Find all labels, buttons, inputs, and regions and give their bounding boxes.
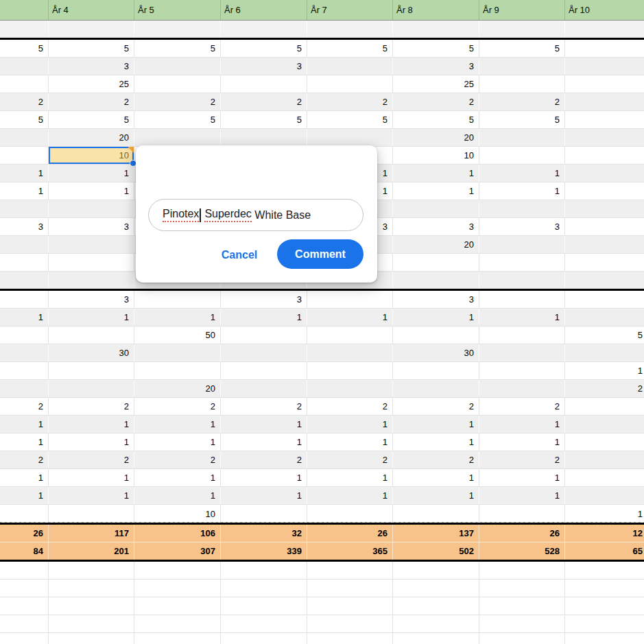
cell-col-a-r20[interactable] <box>0 362 49 379</box>
cell-ar-5-r7[interactable] <box>134 129 221 146</box>
cell-ar-6-r7[interactable] <box>221 129 307 146</box>
cell-ar-4-r20[interactable] <box>49 362 134 379</box>
cell-ar-8-r14[interactable] <box>393 254 479 271</box>
comment-input[interactable]: PinotexSuperdec White Base <box>148 199 363 231</box>
cell-ar-8-r34[interactable] <box>393 615 479 632</box>
cell-ar-7-r22[interactable]: 2 <box>307 398 393 415</box>
cell-ar-6-r3[interactable]: 3 <box>221 58 307 75</box>
cell-ar-8-r30[interactable]: 502 <box>393 542 479 560</box>
cell-ar-8-r2[interactable]: 5 <box>393 40 479 57</box>
cell-ar-6-r30[interactable]: 339 <box>221 542 307 560</box>
cell-col-a-r32[interactable] <box>0 580 49 597</box>
cell-ar-9-r30[interactable]: 528 <box>479 542 565 560</box>
cell-ar-8-r33[interactable] <box>393 597 479 615</box>
cell-ar-10-r24[interactable] <box>565 433 644 451</box>
cell-ar-8-r17[interactable]: 1 <box>393 309 479 326</box>
cell-ar-7-r29[interactable]: 26 <box>307 525 393 542</box>
cell-ar-8-r19[interactable]: 30 <box>393 344 479 361</box>
cell-ar-10-r8[interactable] <box>565 147 644 164</box>
cell-ar-4-r22[interactable]: 2 <box>49 398 134 415</box>
cell-ar-9-r3[interactable] <box>479 58 565 75</box>
cell-ar-4-r30[interactable]: 201 <box>49 542 134 560</box>
cell-ar-8-r10[interactable]: 1 <box>393 182 479 200</box>
column-header-ar-6[interactable]: År 6 <box>221 0 307 20</box>
cell-ar-6-r29[interactable]: 32 <box>221 525 307 542</box>
cell-col-a-r28[interactable] <box>0 505 49 523</box>
cell-ar-4-r17[interactable]: 1 <box>49 309 134 326</box>
cell-ar-8-r35[interactable] <box>393 633 479 644</box>
cell-ar-4-r24[interactable]: 1 <box>49 433 134 451</box>
cell-ar-10-r6[interactable] <box>565 111 644 128</box>
cell-ar-5-r23[interactable]: 1 <box>134 416 221 433</box>
cell-ar-7-r7[interactable] <box>307 129 393 146</box>
cell-ar-10-r25[interactable] <box>565 451 644 468</box>
cell-ar-10-r28[interactable]: 1 <box>565 505 644 523</box>
cell-ar-10-r20[interactable]: 1 <box>565 362 644 379</box>
cell-ar-4-r1[interactable] <box>49 21 134 38</box>
cell-ar-9-r10[interactable]: 1 <box>479 182 565 200</box>
cell-ar-4-r21[interactable] <box>49 380 134 397</box>
cell-ar-5-r18[interactable]: 50 <box>134 326 221 344</box>
cell-ar-5-r3[interactable] <box>134 58 221 75</box>
cell-ar-9-r32[interactable] <box>479 580 565 597</box>
cell-ar-8-r12[interactable]: 3 <box>393 218 479 235</box>
cell-ar-10-r34[interactable] <box>565 615 644 632</box>
cell-ar-6-r19[interactable] <box>221 344 307 361</box>
cell-ar-6-r25[interactable]: 2 <box>221 451 307 468</box>
cell-ar-5-r17[interactable]: 1 <box>134 309 221 326</box>
cell-col-a-r5[interactable]: 2 <box>0 93 49 110</box>
cell-col-a-r3[interactable] <box>0 58 49 75</box>
cell-ar-10-r35[interactable] <box>565 633 644 644</box>
cell-col-a-r15[interactable] <box>0 272 49 289</box>
cell-ar-8-r4[interactable]: 25 <box>393 75 479 93</box>
cell-ar-9-r19[interactable] <box>479 344 565 361</box>
cell-ar-5-r24[interactable]: 1 <box>134 433 221 451</box>
cell-ar-5-r31[interactable] <box>134 562 221 579</box>
cell-ar-10-r14[interactable] <box>565 254 644 271</box>
cell-ar-7-r34[interactable] <box>307 615 393 632</box>
cell-col-a-r29[interactable]: 26 <box>0 525 49 542</box>
cell-ar-6-r4[interactable] <box>221 75 307 93</box>
cell-ar-9-r26[interactable]: 1 <box>479 469 565 486</box>
cell-ar-7-r5[interactable]: 2 <box>307 93 393 110</box>
cell-ar-6-r23[interactable]: 1 <box>221 416 307 433</box>
cell-col-a-r19[interactable] <box>0 344 49 361</box>
cell-ar-9-r23[interactable]: 1 <box>479 416 565 433</box>
cell-ar-8-r32[interactable] <box>393 580 479 597</box>
cell-ar-7-r17[interactable]: 1 <box>307 309 393 326</box>
cell-ar-8-r31[interactable] <box>393 562 479 579</box>
cell-ar-4-r18[interactable] <box>49 326 134 344</box>
cell-ar-6-r16[interactable]: 3 <box>221 291 307 308</box>
cell-ar-4-r35[interactable] <box>49 633 134 644</box>
cell-ar-6-r32[interactable] <box>221 580 307 597</box>
column-header-ar-5[interactable]: År 5 <box>134 0 221 20</box>
column-header-col-a[interactable] <box>0 0 49 20</box>
cell-ar-10-r16[interactable] <box>565 291 644 308</box>
cell-ar-7-r6[interactable]: 5 <box>307 111 393 128</box>
cell-ar-10-r4[interactable] <box>565 75 644 93</box>
cell-ar-8-r7[interactable]: 20 <box>393 129 479 146</box>
cell-ar-9-r21[interactable] <box>479 380 565 397</box>
cell-ar-9-r15[interactable] <box>479 272 565 289</box>
cell-col-a-r33[interactable] <box>0 597 49 615</box>
cell-col-a-r22[interactable]: 2 <box>0 398 49 415</box>
cell-ar-9-r13[interactable] <box>479 236 565 253</box>
cell-ar-4-r13[interactable] <box>49 236 134 253</box>
cell-ar-4-r26[interactable]: 1 <box>49 469 134 486</box>
cell-col-a-r2[interactable]: 5 <box>0 40 49 57</box>
cell-col-a-r23[interactable]: 1 <box>0 416 49 433</box>
cell-ar-10-r23[interactable] <box>565 416 644 433</box>
cell-ar-8-r29[interactable]: 137 <box>393 525 479 542</box>
cell-ar-8-r21[interactable] <box>393 380 479 397</box>
cell-ar-10-r1[interactable] <box>565 21 644 38</box>
cell-ar-9-r5[interactable]: 2 <box>479 93 565 110</box>
cell-col-a-r1[interactable] <box>0 21 49 38</box>
cell-ar-10-r30[interactable]: 65 <box>565 542 644 560</box>
cell-ar-9-r8[interactable] <box>479 147 565 164</box>
cell-col-a-r16[interactable] <box>0 291 49 308</box>
cell-ar-4-r23[interactable]: 1 <box>49 416 134 433</box>
cell-ar-10-r29[interactable]: 12 <box>565 525 644 542</box>
cell-ar-4-r31[interactable] <box>49 562 134 579</box>
cell-col-a-r21[interactable] <box>0 380 49 397</box>
cell-ar-8-r9[interactable]: 1 <box>393 165 479 182</box>
